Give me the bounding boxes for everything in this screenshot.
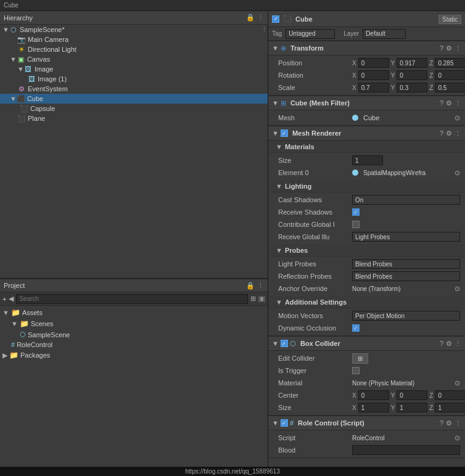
center-y-input[interactable] xyxy=(397,390,427,400)
mesh-renderer-gear-icon[interactable]: ⚙ xyxy=(446,129,452,137)
project-panel: Project 🔒 ⋮ + ◀ ⊞ 8 ▼ 📁 Assets xyxy=(0,279,268,476)
arrow-scenes: ▼ xyxy=(11,320,18,327)
anchor-override-icon[interactable]: ⊙ xyxy=(455,285,460,293)
scale-y-input[interactable] xyxy=(397,83,427,92)
edit-collider-button[interactable]: ⊞ xyxy=(352,353,368,364)
lighting-subsection-header[interactable]: ▼ Lighting xyxy=(268,180,465,192)
project-search-input[interactable] xyxy=(16,294,248,304)
project-item-scenes[interactable]: ▼ 📁 Scenes xyxy=(0,318,268,329)
static-badge[interactable]: Static xyxy=(438,15,461,23)
tree-item-directionallight[interactable]: ☀ Directional Light xyxy=(0,44,268,54)
mesh-filter-header[interactable]: ▼ ⊞ Cube (Mesh Filter) ? ⚙ ⋮ xyxy=(268,96,465,110)
size-z-input[interactable] xyxy=(435,403,465,412)
cast-shadows-dropdown[interactable]: On xyxy=(352,195,460,205)
receive-shadows-checkbox[interactable]: ✓ xyxy=(352,208,360,216)
project-layout-icon[interactable]: ⊞ xyxy=(250,295,256,303)
project-header: Project 🔒 ⋮ xyxy=(0,279,268,292)
motion-vectors-dropdown[interactable]: Per Object Motion xyxy=(352,311,460,321)
pos-x-input[interactable] xyxy=(358,58,389,68)
role-control-gear-icon[interactable]: ⚙ xyxy=(446,419,452,427)
size-x-input[interactable] xyxy=(358,403,389,412)
scene-menu[interactable]: ⋮ xyxy=(261,26,268,34)
mesh-renderer-dots-icon[interactable]: ⋮ xyxy=(455,129,461,137)
tree-item-canvas[interactable]: ▼ ▣ Canvas xyxy=(0,54,268,64)
box-collider-enabled[interactable]: ✓ xyxy=(281,340,288,347)
box-collider-gear-icon[interactable]: ⚙ xyxy=(446,340,452,348)
project-item-rolecontrol[interactable]: # RoleControl xyxy=(0,340,268,350)
scale-x-input[interactable] xyxy=(358,83,389,92)
mesh-filter-help-icon[interactable]: ? xyxy=(440,99,443,107)
hierarchy-lock-icon[interactable]: 🔒 xyxy=(246,14,255,22)
box-collider-icon: ⬡ xyxy=(290,340,296,348)
role-control-dots-icon[interactable]: ⋮ xyxy=(455,419,461,427)
script-select-icon[interactable]: ⊙ xyxy=(455,434,460,442)
center-z-input[interactable] xyxy=(435,390,465,400)
image1-icon: 🖼 xyxy=(27,75,36,83)
tree-item-cube[interactable]: ▼ ⬛ Cube xyxy=(0,94,268,104)
reflection-probes-dropdown[interactable]: Blend Probes xyxy=(352,271,460,281)
element0-select-icon[interactable]: ⊙ xyxy=(455,169,460,177)
tree-item-samplescene[interactable]: ▼ ⬡ SampleScene* ⋮ xyxy=(0,25,268,35)
materials-subsection-header[interactable]: ▼ Materials xyxy=(268,141,465,153)
tree-item-capsule[interactable]: ⬛ Capsule xyxy=(0,104,268,113)
tag-dropdown[interactable]: Untagged xyxy=(286,29,335,39)
arrow-left-icon[interactable]: ◀ xyxy=(9,295,14,303)
dynamic-occlusion-checkbox[interactable]: ✓ xyxy=(352,324,360,332)
tree-item-maincamera[interactable]: 📷 Main Camera xyxy=(0,35,268,44)
project-menu-icon[interactable]: ⋮ xyxy=(257,282,264,290)
transform-header[interactable]: ▼ ⊕ Transform ? ⚙ ⋮ xyxy=(268,41,465,55)
mesh-select-icon[interactable]: ⊙ xyxy=(455,114,460,122)
project-label-samplescene: SampleScene xyxy=(28,331,70,339)
light-probes-dropdown[interactable]: Blend Probes xyxy=(352,259,460,269)
rot-y-input[interactable] xyxy=(397,70,427,80)
project-item-assets[interactable]: ▼ 📁 Assets xyxy=(0,307,268,318)
layer-dropdown[interactable]: Default xyxy=(363,29,406,39)
project-lock-icon[interactable]: 🔒 xyxy=(246,282,255,290)
center-z-label: Z xyxy=(429,392,433,399)
size-y-input[interactable] xyxy=(397,403,427,412)
mesh-filter-dots-icon[interactable]: ⋮ xyxy=(455,99,461,107)
collider-material-icon[interactable]: ⊙ xyxy=(455,379,460,387)
reflection-probes-row: Reflection Probes Blend Probes xyxy=(268,270,465,282)
project-header-icons: 🔒 ⋮ xyxy=(246,282,264,290)
rot-x-input[interactable] xyxy=(358,70,389,80)
receive-global-dropdown[interactable]: Light Probes xyxy=(352,232,460,242)
tree-item-plane[interactable]: ⬛ Plane xyxy=(0,113,268,123)
mesh-renderer-enabled[interactable]: ✓ xyxy=(281,129,288,137)
transform-help-icon[interactable]: ? xyxy=(440,44,443,52)
role-control-enabled[interactable]: ✓ xyxy=(281,419,288,427)
box-collider-content: Edit Collider ⊞ Is Trigger Material xyxy=(268,351,465,415)
contribute-global-checkbox[interactable] xyxy=(352,221,360,228)
hierarchy-menu-icon[interactable]: ⋮ xyxy=(257,14,264,22)
object-enabled-checkbox[interactable]: ✓ xyxy=(272,15,279,23)
tree-item-image1[interactable]: 🖼 Image (1) xyxy=(0,74,268,84)
role-control-help-icon[interactable]: ? xyxy=(440,419,443,427)
is-trigger-checkbox[interactable] xyxy=(352,367,360,374)
materials-size-input[interactable] xyxy=(352,155,383,165)
probes-subsection-header[interactable]: ▼ Probes xyxy=(268,244,465,256)
mesh-filter-gear-icon[interactable]: ⚙ xyxy=(446,99,452,107)
box-collider-dots-icon[interactable]: ⋮ xyxy=(455,340,461,348)
mesh-renderer-help-icon[interactable]: ? xyxy=(440,129,443,137)
pos-z-input[interactable] xyxy=(435,58,465,68)
tree-item-eventsystem[interactable]: ⚙ EventSystem xyxy=(0,84,268,94)
hierarchy-icons: 🔒 ⋮ xyxy=(246,14,264,22)
additional-subsection-header[interactable]: ▼ Additional Settings xyxy=(268,296,465,308)
add-folder-icon[interactable]: + xyxy=(2,295,6,303)
project-item-packages[interactable]: ▶ 📁 Packages xyxy=(0,350,268,361)
center-x-input[interactable] xyxy=(358,390,389,400)
project-item-samplescene[interactable]: ⬡ SampleScene xyxy=(0,329,268,340)
transform-dots-icon[interactable]: ⋮ xyxy=(455,44,461,52)
role-control-header[interactable]: ▼ ✓ # Role Control (Script) ? ⚙ ⋮ xyxy=(268,416,465,430)
tree-item-image[interactable]: ▼ 🖼 Image xyxy=(0,64,268,74)
mesh-renderer-header[interactable]: ▼ ✓ Mesh Renderer ? ⚙ ⋮ xyxy=(268,126,465,141)
pos-y-input[interactable] xyxy=(397,58,427,68)
transform-gear-icon[interactable]: ⚙ xyxy=(446,44,452,52)
mesh-value: Cube ⊙ xyxy=(352,114,460,122)
blood-input[interactable] xyxy=(352,445,460,455)
lighting-arrow: ▼ xyxy=(276,183,282,190)
scale-z-input[interactable] xyxy=(435,83,465,92)
rot-z-input[interactable] xyxy=(435,70,465,80)
box-collider-help-icon[interactable]: ? xyxy=(440,340,443,348)
box-collider-header[interactable]: ▼ ✓ ⬡ Box Collider ? ⚙ ⋮ xyxy=(268,336,465,351)
